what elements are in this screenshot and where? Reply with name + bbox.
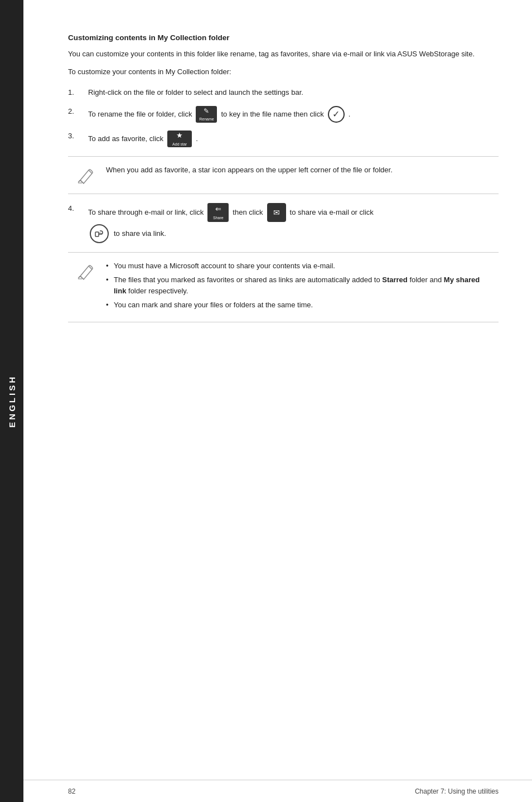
step-2-period: . <box>349 109 351 120</box>
step-3-text-after: . <box>196 133 198 144</box>
step-3: 3. To add as favorite, click ★ Add star … <box>68 131 499 147</box>
step-1-num: 1. <box>68 87 88 98</box>
step-2: 2. To rename the file or folder, click ✎… <box>68 106 499 123</box>
step-4: 4. To share through e-mail or link, clic… <box>68 203 499 243</box>
step-4-content: To share through e-mail or link, click ⇐… <box>88 203 499 222</box>
step-4-row2: to share via link. <box>88 224 499 243</box>
star-icon: ★ <box>176 130 183 141</box>
pencil-icon-2 <box>74 260 95 282</box>
step-3-num: 3. <box>68 131 88 142</box>
note-box-1: When you add as favorite, a star icon ap… <box>68 156 499 194</box>
note-2-icon <box>74 260 96 282</box>
footer-page-num: 82 <box>68 787 75 795</box>
main-content: Customizing contents in My Collection fo… <box>23 0 532 365</box>
step-2-text-middle: to key in the file name then click <box>221 109 323 120</box>
link-share-button[interactable] <box>90 224 109 243</box>
rename-button[interactable]: ✎ Rename <box>196 106 217 123</box>
pencil-icon <box>74 165 95 186</box>
note-1-icon <box>74 165 96 186</box>
note-2-list: You must have a Microsoft account to sha… <box>106 260 493 311</box>
note-2-bullet-2: The files that you marked as favorites o… <box>106 274 493 296</box>
note-2-bullet-3: You can mark and share your files or fol… <box>106 299 493 311</box>
step-3-text-before: To add as favorite, click <box>88 133 163 144</box>
step-4-then-click: then click <box>233 207 263 218</box>
step-4-text-before: To share through e-mail or link, click <box>88 207 204 218</box>
step-2-num: 2. <box>68 106 88 117</box>
subintro-text: To customize your contents in My Collect… <box>68 66 499 78</box>
addstar-label: Add star <box>172 142 187 148</box>
share-label: Share <box>213 215 224 221</box>
note-1-text: When you add as favorite, a star icon ap… <box>106 165 493 176</box>
rename-icon: ✎ <box>204 106 209 116</box>
footer: 82 Chapter 7: Using the utilities <box>23 780 532 802</box>
step-4-num: 4. <box>68 203 88 214</box>
checkmark-icon: ✓ <box>328 106 345 123</box>
sidebar-tab: ENGLISH <box>0 0 23 802</box>
addstar-button[interactable]: ★ Add star <box>167 131 192 147</box>
step-1: 1. Right-click on the file or folder to … <box>68 87 499 98</box>
rename-label: Rename <box>199 117 214 123</box>
section-heading: Customizing contents in My Collection fo… <box>68 33 499 42</box>
step-3-content: To add as favorite, click ★ Add star . <box>88 131 499 147</box>
footer-chapter: Chapter 7: Using the utilities <box>415 787 499 795</box>
step-2-content: To rename the file or folder, click ✎ Re… <box>88 106 499 123</box>
note-2-text: You must have a Microsoft account to sha… <box>106 260 493 314</box>
svg-rect-1 <box>95 232 99 236</box>
share-button[interactable]: ⇐ Share <box>207 203 229 222</box>
sidebar-label: ENGLISH <box>7 375 17 428</box>
step-1-text: Right-click on the file or folder to sel… <box>88 87 499 98</box>
email-button[interactable]: ✉ <box>267 203 286 222</box>
step-4-link-text: to share via link. <box>114 229 166 238</box>
step-4-text-after: to share via e-mail or click <box>290 207 374 218</box>
email-icon: ✉ <box>273 209 280 216</box>
intro-text: You can customize your contents in this … <box>68 49 499 60</box>
step-4-row1: 4. To share through e-mail or link, clic… <box>68 203 499 222</box>
step-2-text-before: To rename the file or folder, click <box>88 109 192 120</box>
note-2-bullet-1: You must have a Microsoft account to sha… <box>106 260 493 272</box>
note-box-2: You must have a Microsoft account to sha… <box>68 252 499 322</box>
link-icon <box>94 228 105 239</box>
share-icon: ⇐ <box>215 204 221 215</box>
